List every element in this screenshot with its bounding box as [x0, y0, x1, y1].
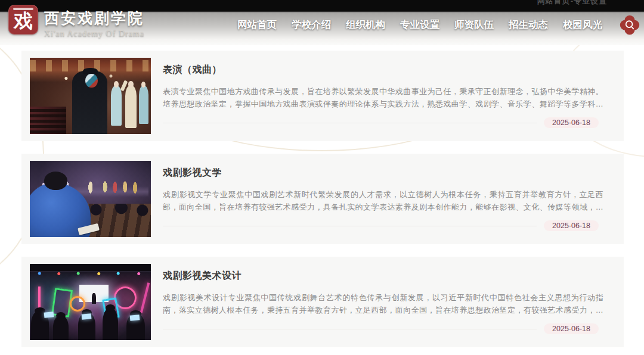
- site-header: 网站首页-专业设置 戏 西安戏剧学院 Xi'an Academy Of Dram…: [0, 0, 644, 45]
- nav-item-majors[interactable]: 专业设置: [400, 18, 439, 32]
- program-title[interactable]: 戏剧影视文学: [163, 167, 603, 179]
- photo-art-layer: [140, 282, 150, 313]
- program-list: 表演（戏曲） 表演专业聚焦中国地方戏曲传承与发展，旨在培养以繁荣发展中华戏曲事业…: [21, 51, 624, 355]
- program-photo-literature[interactable]: [30, 161, 151, 237]
- card-footer: 2025-06-18: [163, 323, 603, 334]
- program-card-body: 戏剧影视文学 戏剧影视文学专业聚焦中国戏剧艺术新时代繁荣发展的人才需求，以立德树…: [163, 159, 603, 239]
- card-footer: 2025-06-18: [163, 220, 603, 231]
- program-card-body: 表演（戏曲） 表演专业聚焦中国地方戏曲传承与发展，旨在培养以繁荣发展中华戏曲事业…: [163, 56, 603, 136]
- logo-seal-strip: [13, 8, 33, 10]
- divider-line: [163, 329, 537, 329]
- card-footer: 2025-06-18: [163, 117, 603, 128]
- program-card-drama-film-literature[interactable]: 戏剧影视文学 戏剧影视文学专业聚焦中国戏剧艺术新时代繁荣发展的人才需求，以立德树…: [21, 154, 624, 244]
- date-badge: 2025-06-18: [544, 117, 599, 128]
- photo-art-layer: [92, 293, 96, 304]
- program-card-stage-art-design[interactable]: 戏剧影视美术设计 戏剧影视美术设计专业聚焦中国传统戏剧舞台艺术的特色传承与创新发…: [21, 257, 624, 347]
- program-description: 表演专业聚焦中国地方戏曲传承与发展，旨在培养以繁荣发展中华戏曲事业为己任，秉承守…: [163, 85, 603, 110]
- search-icon: [619, 14, 640, 36]
- site-subtitle: Xi'an Academy Of Drama: [44, 29, 144, 39]
- program-description: 戏剧影视文学专业聚焦中国戏剧艺术新时代繁荣发展的人才需求，以立德树人为根本任务，…: [163, 188, 603, 213]
- photo-art-layer: [30, 107, 66, 134]
- divider-line: [163, 123, 537, 123]
- program-title[interactable]: 表演（戏曲）: [163, 64, 603, 76]
- photo-art-layer: [70, 296, 85, 312]
- photo-art-layer: [53, 316, 69, 340]
- school-logo-icon[interactable]: 戏: [8, 5, 38, 35]
- brand: 西安戏剧学院 Xi'an Academy Of Drama: [44, 8, 144, 39]
- breadcrumb: 网站首页-专业设置: [537, 0, 607, 7]
- date-badge: 2025-06-18: [544, 220, 599, 231]
- photo-art-layer: [44, 172, 67, 190]
- nav-item-campus[interactable]: 校园风光: [563, 18, 602, 32]
- program-photo-stage-design[interactable]: [30, 264, 151, 340]
- logo-glyph: 戏: [14, 11, 33, 30]
- photo-art-layer: [30, 271, 151, 277]
- date-badge: 2025-06-18: [544, 323, 599, 334]
- nav-item-home[interactable]: 网站首页: [237, 18, 277, 32]
- photo-art-layer: [130, 314, 140, 321]
- photo-art-layer: [139, 86, 148, 124]
- photo-art-layer: [111, 86, 122, 126]
- nav-item-school-intro[interactable]: 学校介绍: [292, 18, 331, 32]
- nav-item-faculty[interactable]: 师资队伍: [454, 18, 494, 32]
- photo-art-layer: [44, 312, 54, 318]
- photo-art-layer: [80, 204, 151, 237]
- photo-art-layer: [103, 308, 118, 340]
- search-button[interactable]: [619, 14, 640, 36]
- program-photo-opera[interactable]: [30, 58, 151, 134]
- main-nav: 网站首页 学校介绍 组织机构 专业设置 师资队伍 招生动态 校园风光: [237, 18, 602, 32]
- site-title: 西安戏剧学院: [44, 8, 144, 28]
- photo-art-layer: [85, 74, 97, 88]
- program-card-body: 戏剧影视美术设计 戏剧影视美术设计专业聚焦中国传统戏剧舞台艺术的特色传承与创新发…: [163, 262, 603, 342]
- program-card-performance-opera[interactable]: 表演（戏曲） 表演专业聚焦中国地方戏曲传承与发展，旨在培养以繁荣发展中华戏曲事业…: [21, 51, 624, 141]
- photo-art-layer: [125, 86, 136, 127]
- program-description: 戏剧影视美术设计专业聚焦中国传统戏剧舞台艺术的特色传承与创新发展，以习近平新时代…: [163, 291, 603, 316]
- nav-item-organization[interactable]: 组织机构: [346, 18, 385, 32]
- divider-line: [163, 226, 537, 226]
- nav-item-admissions[interactable]: 招生动态: [509, 18, 548, 32]
- program-title[interactable]: 戏剧影视美术设计: [163, 270, 603, 282]
